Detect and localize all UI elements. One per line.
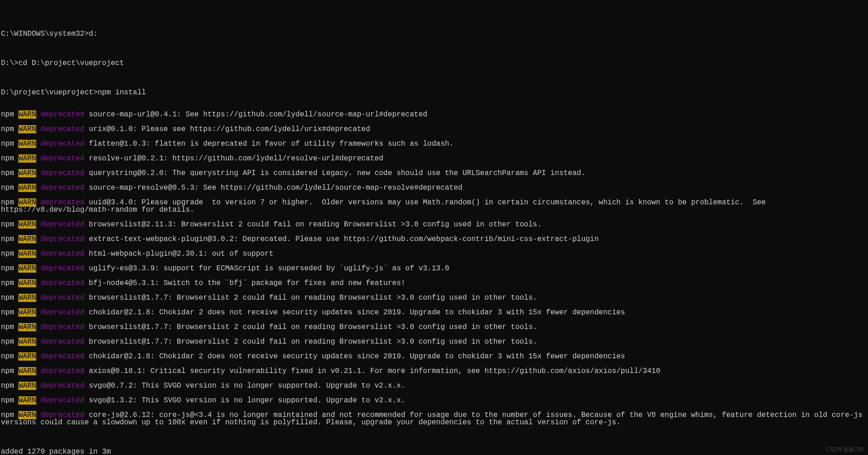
warn-line: npm WARN deprecated resolve-url@0.2.1: h… [1, 155, 867, 162]
warn-msg: source-map-url@0.4.1: See https://github… [84, 110, 427, 119]
blank-line [1, 433, 867, 441]
prompt-line[interactable]: C:\WINDOWS\system32>d: [1, 30, 867, 38]
warn-badge: WARN [18, 110, 36, 119]
added-line: added 1279 packages in 3m [1, 448, 867, 455]
warn-badge: WARN [18, 323, 36, 331]
warn-badge: WARN [18, 220, 36, 229]
warn-line: npm WARN deprecated source-map-resolve@0… [1, 184, 867, 192]
warn-badge: WARN [18, 279, 36, 287]
warn-line: npm WARN deprecated chokidar@2.1.8: Chok… [1, 353, 867, 360]
warn-badge: WARN [18, 250, 36, 258]
warn-badge: WARN [18, 338, 36, 346]
warn-badge: WARN [18, 125, 36, 133]
warn-line: npm WARN deprecated browserslist@1.7.7: … [1, 338, 867, 345]
deprecated-label: deprecated [40, 110, 84, 119]
warn-line: npm WARN deprecated browserslist@1.7.7: … [1, 323, 867, 331]
prompt-text: C:\WINDOWS\system32>d: [1, 30, 98, 38]
prompt-text: D:\project\vueproject>npm install [1, 88, 146, 97]
warn-line: npm WARN deprecated axios@0.18.1: Critic… [1, 367, 867, 375]
warn-badge: WARN [18, 140, 36, 148]
warn-line: npm WARN deprecated extract-text-webpack… [1, 236, 867, 243]
warn-line: npm WARN deprecated svgo@0.7.2: This SVG… [1, 382, 867, 389]
prompt-text: D:\>cd D:\project\vueproject [1, 59, 124, 67]
warn-badge: WARN [18, 264, 36, 273]
warn-line: npm WARN deprecated flatten@1.0.3: flatt… [1, 140, 867, 148]
warn-line: npm WARN deprecated core-js@2.6.12: core… [1, 411, 867, 426]
prompt-line[interactable]: D:\project\vueproject>npm install [1, 89, 867, 96]
warn-badge: WARN [18, 367, 36, 375]
warn-badge: WARN [18, 169, 36, 177]
watermark: CSDN @鑫709 [826, 447, 863, 452]
warn-badge: WARN [18, 396, 36, 405]
prompt-line[interactable]: D:\>cd D:\project\vueproject [1, 60, 867, 67]
warn-line: npm WARN deprecated uglify-es@3.3.9: sup… [1, 265, 867, 272]
warn-line: npm WARN deprecated source-map-url@0.4.1… [1, 111, 867, 118]
warn-line: npm WARN deprecated querystring@0.2.0: T… [1, 170, 867, 177]
warn-badge: WARN [18, 294, 36, 302]
warn-line: npm WARN deprecated uuid@3.4.0: Please u… [1, 199, 867, 214]
warn-line: npm WARN deprecated svgo@1.3.2: This SVG… [1, 397, 867, 404]
warn-line: npm WARN deprecated html-webpack-plugin@… [1, 250, 867, 258]
npm-label: npm [1, 110, 18, 119]
warn-badge: WARN [18, 235, 36, 243]
blank-line [1, 74, 867, 82]
warn-line: npm WARN deprecated bfj-node4@5.3.1: Swi… [1, 280, 867, 287]
blank-line [1, 45, 867, 52]
warn-line: npm WARN deprecated browserslist@2.11.3:… [1, 221, 867, 228]
warn-line: npm WARN deprecated browserslist@1.7.7: … [1, 294, 867, 302]
warn-badge: WARN [18, 184, 36, 192]
warn-badge: WARN [18, 154, 36, 163]
warn-line: npm WARN deprecated chokidar@2.1.8: Chok… [1, 309, 867, 316]
warn-badge: WARN [18, 308, 36, 317]
warn-badge: WARN [18, 352, 36, 361]
warn-badge: WARN [18, 382, 36, 390]
warn-line: npm WARN deprecated urix@0.1.0: Please s… [1, 126, 867, 133]
